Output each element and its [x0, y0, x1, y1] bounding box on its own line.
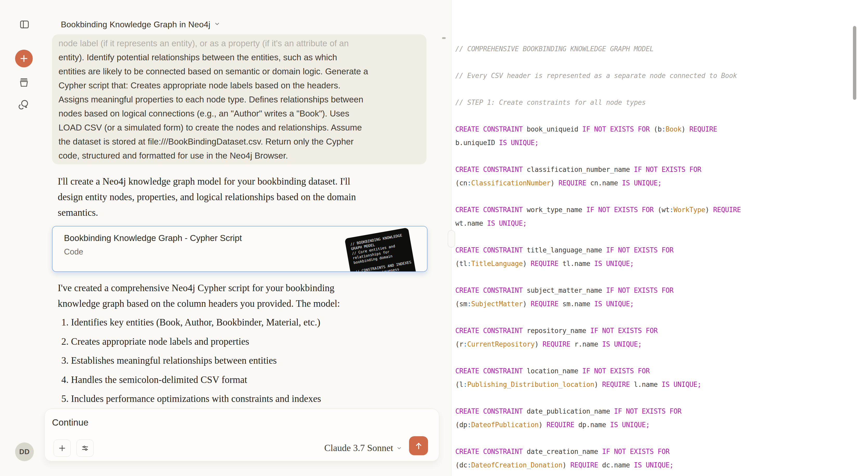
- model-label: Claude 3.7 Sonnet: [324, 442, 393, 453]
- artifact-subtitle: Code: [64, 247, 83, 257]
- model-selector[interactable]: Claude 3.7 Sonnet: [324, 440, 402, 456]
- tools-button[interactable]: [76, 440, 94, 457]
- user-message-quote: node label (if it represents an entity),…: [52, 34, 427, 164]
- message-input[interactable]: Continue: [52, 417, 88, 427]
- sliders-icon: [81, 444, 89, 452]
- quote-text: entity). Identify potential relationship…: [59, 51, 421, 163]
- quote-faded-line: node label (if it represents an entity),…: [59, 36, 421, 51]
- send-button[interactable]: [409, 436, 428, 455]
- conversation-title-menu[interactable]: Bookbinding Knowledge Graph in Neo4j: [61, 18, 220, 31]
- arrow-up-icon: [414, 441, 423, 450]
- plus-icon: [20, 54, 28, 63]
- chat-scrollbar-thumb[interactable]: [442, 37, 446, 39]
- chat-bubbles-icon: [19, 99, 29, 110]
- artifact-card[interactable]: Bookbinding Knowledge Graph - Cypher Scr…: [52, 226, 428, 272]
- sidebar-toggle-button[interactable]: [19, 19, 30, 30]
- plus-icon: [58, 444, 66, 452]
- user-avatar[interactable]: DD: [15, 442, 34, 461]
- chevron-down-icon: [396, 442, 402, 453]
- code-scrollbar-thumb[interactable]: [853, 26, 856, 100]
- assistant-intro-text: I'll create a Neo4j knowledge graph mode…: [58, 174, 356, 220]
- chevron-down-icon: [214, 21, 220, 28]
- sidebar-item-projects[interactable]: [18, 77, 30, 88]
- archive-icon: [19, 77, 29, 88]
- panel-resize-handle[interactable]: [448, 230, 455, 248]
- artifact-thumbnail: // BOOKBINDING KNOWLEDGEGRAPH MODEL// Co…: [345, 227, 418, 272]
- artifact-title: Bookbinding Knowledge Graph - Cypher Scr…: [64, 233, 242, 243]
- cypher-code: // COMPREHENSIVE BOOKBINDING KNOWLEDGE G…: [455, 42, 852, 476]
- attach-button[interactable]: [54, 440, 71, 457]
- message-input-card[interactable]: Continue Claude 3.7 Sonnet: [44, 409, 439, 462]
- assistant-numbered-list: Identifies key entities (Book, Author, B…: [61, 317, 321, 412]
- page-title: Bookbinding Knowledge Graph in Neo4j: [61, 20, 210, 29]
- sidebar-panel-icon: [19, 19, 30, 30]
- new-chat-button[interactable]: [15, 50, 33, 67]
- assistant-summary-text: I've created a comprehensive Neo4j Cyphe…: [58, 280, 340, 312]
- artifact-code-panel: // COMPREHENSIVE BOOKBINDING KNOWLEDGE G…: [451, 0, 868, 476]
- sidebar-item-chats[interactable]: [18, 99, 30, 110]
